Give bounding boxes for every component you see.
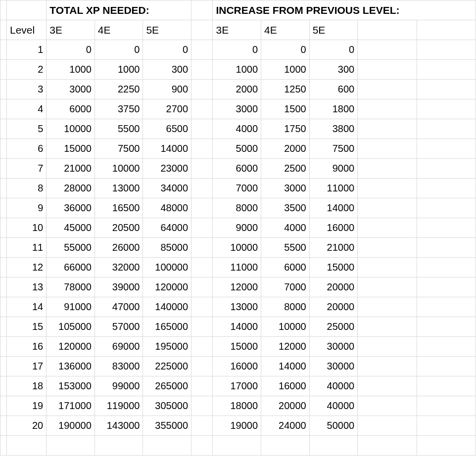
cell-total-5e[interactable]: 0 [143,40,191,60]
cell-inc-3e[interactable]: 2000 [213,80,261,99]
cell-total-5e[interactable]: 120000 [143,277,191,297]
cell-inc-4e[interactable]: 10000 [261,317,310,337]
cell-total-4e[interactable]: 83000 [95,357,143,376]
blank-cell[interactable] [417,357,476,376]
gap-cell[interactable] [191,416,213,436]
cell-inc-3e[interactable]: 10000 [213,238,261,258]
cell-inc-5e[interactable]: 9000 [309,159,358,179]
cell-inc-5e[interactable]: 50000 [309,416,358,436]
cell-total-3e[interactable]: 190000 [47,416,95,436]
blank-cell[interactable] [417,20,476,40]
cell-level[interactable]: 12 [7,258,47,277]
cell-total-3e[interactable]: 10000 [47,119,95,139]
cell-total-4e[interactable]: 39000 [95,277,143,297]
cell-total-4e[interactable]: 0 [95,40,143,60]
cell-level[interactable]: 16 [7,337,47,357]
cell-inc-5e[interactable]: 3800 [309,119,358,139]
cell-level[interactable]: 9 [7,198,47,218]
blank-cell[interactable] [7,436,47,456]
cell-total-3e[interactable]: 15000 [47,139,95,159]
cell-inc-3e[interactable]: 19000 [213,416,261,436]
cell-inc-4e[interactable]: 1750 [261,119,310,139]
col-total-5e[interactable]: 5E [143,20,191,40]
cell-total-5e[interactable]: 64000 [143,218,191,238]
cell-total-3e[interactable]: 6000 [47,99,95,119]
blank-cell[interactable] [358,416,417,436]
cell-inc-5e[interactable]: 40000 [309,376,358,396]
blank-cell[interactable] [417,396,476,416]
col-total-3e[interactable]: 3E [47,20,95,40]
cell-total-5e[interactable]: 305000 [143,396,191,416]
cell-total-3e[interactable]: 1000 [47,60,95,80]
gap-cell[interactable] [191,60,213,80]
cell-total-3e[interactable]: 45000 [47,218,95,238]
cell-total-5e[interactable]: 165000 [143,317,191,337]
cell-total-4e[interactable]: 7500 [95,139,143,159]
gap-cell[interactable] [191,159,213,179]
cell-total-3e[interactable]: 136000 [47,357,95,376]
cell-total-5e[interactable]: 23000 [143,159,191,179]
blank-cell[interactable] [358,258,417,277]
gap-cell[interactable] [191,218,213,238]
cell-level[interactable]: 8 [7,179,47,198]
cell-inc-3e[interactable]: 17000 [213,376,261,396]
gap-cell[interactable] [191,376,213,396]
blank-cell[interactable] [358,99,417,119]
blank-cell[interactable] [358,20,417,40]
cell-inc-4e[interactable]: 24000 [261,416,310,436]
blank-cell[interactable] [358,139,417,159]
blank-cell[interactable] [417,317,476,337]
blank-cell[interactable] [417,40,476,60]
gap-cell[interactable] [191,277,213,297]
cell-inc-3e[interactable]: 4000 [213,119,261,139]
blank-cell[interactable] [417,238,476,258]
cell-total-4e[interactable]: 99000 [95,376,143,396]
col-total-4e[interactable]: 4E [95,20,143,40]
cell-inc-3e[interactable]: 1000 [213,60,261,80]
cell-inc-4e[interactable]: 16000 [261,376,310,396]
cell-level[interactable]: 18 [7,376,47,396]
cell-total-4e[interactable]: 3750 [95,99,143,119]
cell-level[interactable]: 1 [7,40,47,60]
blank-cell[interactable] [417,139,476,159]
cell-inc-3e[interactable]: 0 [213,40,261,60]
cell-inc-3e[interactable]: 6000 [213,159,261,179]
cell-inc-3e[interactable]: 5000 [213,139,261,159]
blank-cell[interactable] [191,436,213,456]
gap-cell[interactable] [191,396,213,416]
cell-total-5e[interactable]: 140000 [143,297,191,317]
cell-total-3e[interactable]: 66000 [47,258,95,277]
cell-inc-4e[interactable]: 0 [261,40,310,60]
blank-cell[interactable] [358,60,417,80]
cell-inc-5e[interactable]: 600 [309,80,358,99]
cell-inc-5e[interactable]: 11000 [309,179,358,198]
cell-total-4e[interactable]: 119000 [95,396,143,416]
cell-inc-3e[interactable]: 7000 [213,179,261,198]
cell-total-4e[interactable]: 32000 [95,258,143,277]
cell-total-3e[interactable]: 105000 [47,317,95,337]
cell-total-3e[interactable]: 3000 [47,80,95,99]
blank-cell[interactable] [358,159,417,179]
blank-cell[interactable] [417,218,476,238]
gap-cell[interactable] [191,40,213,60]
blank-cell[interactable] [417,119,476,139]
cell-inc-3e[interactable]: 14000 [213,317,261,337]
cell-inc-3e[interactable]: 11000 [213,258,261,277]
cell-inc-5e[interactable]: 300 [309,60,358,80]
blank-cell[interactable] [358,317,417,337]
cell-total-4e[interactable]: 69000 [95,337,143,357]
blank-cell[interactable] [261,436,310,456]
cell-inc-5e[interactable]: 25000 [309,317,358,337]
cell-level[interactable]: 5 [7,119,47,139]
cell-inc-4e[interactable]: 4000 [261,218,310,238]
col-inc-5e[interactable]: 5E [309,20,358,40]
blank-cell[interactable] [47,436,95,456]
gap-cell[interactable] [191,337,213,357]
cell-inc-5e[interactable]: 20000 [309,297,358,317]
cell-total-4e[interactable]: 5500 [95,119,143,139]
cell-inc-5e[interactable]: 30000 [309,337,358,357]
gap-cell[interactable] [191,258,213,277]
cell-total-3e[interactable]: 55000 [47,238,95,258]
blank-cell[interactable] [417,337,476,357]
cell-total-4e[interactable]: 10000 [95,159,143,179]
